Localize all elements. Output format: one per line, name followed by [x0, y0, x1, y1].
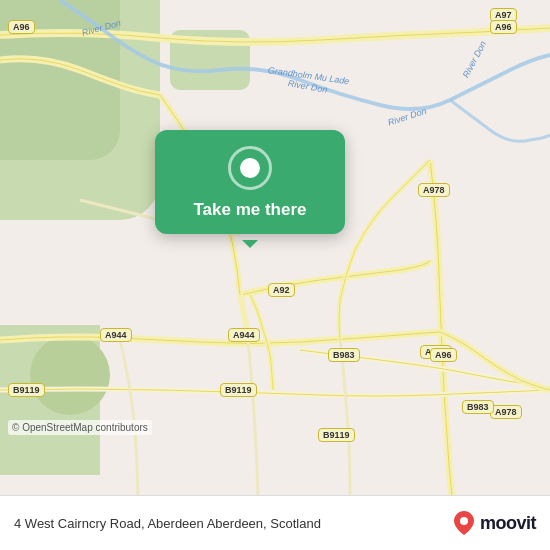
osm-attribution: © OpenStreetMap contributors: [8, 420, 152, 435]
road-badge-a978-3: A978: [490, 405, 522, 419]
road-badge-b9119-1: B9119: [8, 383, 45, 397]
moovit-brand-text: moovit: [480, 513, 536, 534]
road-badge-a944-1: A944: [100, 328, 132, 342]
location-pin-icon: [228, 146, 272, 190]
pin-center: [240, 158, 260, 178]
road-badge-a96-tl: A96: [8, 20, 35, 34]
road-badge-a96-tr: A96: [490, 20, 517, 34]
road-badge-a96-br: A96: [430, 348, 457, 362]
road-badge-b983-1: B983: [328, 348, 360, 362]
road-badge-b9119-2: B9119: [220, 383, 257, 397]
moovit-logo: moovit: [454, 511, 536, 535]
address-text: 4 West Cairncry Road, Aberdeen Aberdeen,…: [14, 516, 446, 531]
road-badge-b983-2: B983: [462, 400, 494, 414]
road-badge-a944-2: A944: [228, 328, 260, 342]
road-badge-b9119-3: B9119: [318, 428, 355, 442]
moovit-pin-icon: [454, 511, 474, 535]
svg-point-0: [460, 517, 468, 525]
take-me-there-button[interactable]: Take me there: [155, 130, 345, 234]
road-badge-a92: A92: [268, 283, 295, 297]
tooltip-label: Take me there: [193, 200, 306, 220]
bottom-info-bar: 4 West Cairncry Road, Aberdeen Aberdeen,…: [0, 495, 550, 550]
road-badge-a978-1: A978: [418, 183, 450, 197]
map-view: A97 A96 A96 A978 A978 A978 A944 A944 A92…: [0, 0, 550, 495]
